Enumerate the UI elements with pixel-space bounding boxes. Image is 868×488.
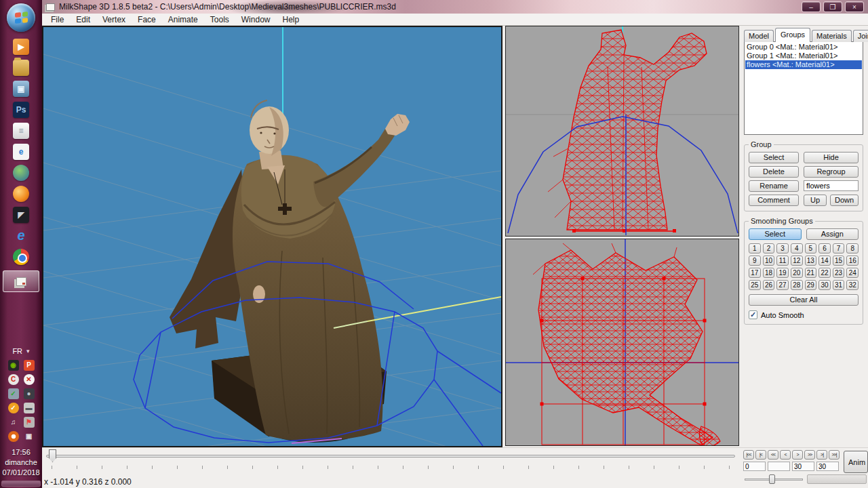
anim-step-back-button[interactable]: <	[780, 450, 791, 460]
smoothing-assign-button[interactable]: Assign	[806, 228, 859, 240]
eject-tray-icon[interactable]: ✕	[24, 374, 35, 385]
anim-next-keyframe-button[interactable]: >|	[816, 450, 827, 460]
monitor-tray-icon[interactable]: ▣	[24, 431, 35, 442]
smoothing-group-button[interactable]: 26	[763, 280, 775, 290]
delete-group-button[interactable]: Delete	[749, 166, 799, 178]
smoothing-group-button[interactable]: 10	[763, 256, 775, 266]
menu-vertex[interactable]: Vertex	[96, 14, 132, 25]
hide-group-button[interactable]: Hide	[804, 152, 859, 163]
group-list-item[interactable]: flowers <Mat.: Material01>	[745, 60, 862, 69]
smoothing-group-button[interactable]: 23	[833, 268, 845, 278]
satellite-tray-icon[interactable]: ●	[24, 388, 35, 399]
punto-tray-icon[interactable]: P	[24, 360, 35, 371]
show-desktop-button[interactable]	[1, 481, 41, 487]
explorer-icon[interactable]	[13, 60, 29, 76]
smoothing-group-button[interactable]: 20	[791, 268, 803, 278]
anim-step-forward-button[interactable]: >	[792, 450, 803, 460]
smoothing-group-button[interactable]: 1	[749, 243, 761, 253]
rename-group-button[interactable]: Rename	[749, 180, 799, 192]
smoothing-group-button[interactable]: 28	[791, 280, 803, 290]
smoothing-group-button[interactable]: 6	[818, 243, 831, 253]
timeline-slider-thumb[interactable]	[49, 449, 56, 462]
smoothing-group-button[interactable]: 19	[776, 268, 789, 278]
internet-explorer-icon[interactable]: e	[13, 228, 29, 244]
viewport-3d[interactable]	[42, 26, 502, 447]
restore-button[interactable]: ❐	[823, 1, 842, 12]
photoshop-icon[interactable]: Ps	[13, 102, 29, 118]
firefox-icon[interactable]	[13, 186, 29, 202]
display-settings-icon[interactable]: ▣	[13, 81, 29, 97]
anim-total-frames-field[interactable]	[792, 462, 814, 471]
anim-toggle-button[interactable]: Anim	[844, 451, 868, 473]
menu-tools[interactable]: Tools	[204, 14, 235, 25]
smoothing-group-button[interactable]: 9	[749, 256, 761, 266]
anim-rewind-button[interactable]: <<	[768, 450, 778, 460]
smoothing-group-button[interactable]: 2	[763, 243, 775, 253]
smoothing-group-button[interactable]: 13	[805, 256, 817, 266]
anim-last-frame-button[interactable]: >>|	[829, 450, 840, 460]
titlebar[interactable]: MilkShape 3D 1.8.5 beta2 - C:\Users\Admi…	[42, 0, 868, 14]
regroup-button[interactable]: Regroup	[804, 166, 859, 178]
keyboard-tray-icon[interactable]: ▬	[24, 403, 35, 413]
taskbar-clock[interactable]: 17:56 dimanche 07/01/2018	[2, 447, 39, 478]
move-down-button[interactable]: Down	[830, 195, 859, 206]
tab-joints[interactable]: Joints	[853, 30, 868, 42]
smoothing-group-button[interactable]: 25	[749, 280, 761, 290]
smoothing-group-button[interactable]: 12	[791, 256, 803, 266]
frame-mini-slider-thumb[interactable]	[769, 474, 775, 484]
smoothing-group-button[interactable]: 29	[805, 280, 817, 290]
smoothing-group-button[interactable]: 5	[805, 243, 817, 253]
rename-input[interactable]	[804, 180, 859, 191]
anim-fps-field[interactable]	[816, 462, 839, 471]
nvidia-tray-icon[interactable]: ◉	[8, 360, 19, 371]
tab-groups[interactable]: Groups	[775, 28, 810, 42]
dark-app-icon[interactable]: ◤	[13, 207, 29, 223]
tab-materials[interactable]: Materials	[812, 30, 852, 42]
globe-app-icon[interactable]	[13, 165, 29, 181]
notepad-icon[interactable]: ≡	[13, 123, 29, 139]
select-group-button[interactable]: Select	[749, 152, 799, 163]
smoothing-group-button[interactable]: 14	[818, 256, 831, 266]
smoothing-group-button[interactable]: 7	[833, 243, 845, 253]
language-indicator[interactable]: FR	[12, 347, 22, 355]
ccleaner-tray-icon[interactable]: C	[8, 374, 19, 385]
comment-button[interactable]: Comment	[749, 195, 799, 206]
smoothing-group-button[interactable]: 31	[833, 280, 845, 290]
close-button[interactable]: ×	[845, 1, 864, 12]
chrome-icon[interactable]	[13, 249, 29, 265]
smoothing-group-button[interactable]: 22	[818, 268, 831, 278]
smoothing-group-button[interactable]: 17	[749, 268, 761, 278]
ie-document-icon[interactable]: e	[13, 144, 29, 160]
smoothing-group-button[interactable]: 27	[776, 280, 789, 290]
anim-prev-keyframe-button[interactable]: |<	[755, 450, 766, 460]
smoothing-group-button[interactable]: 21	[805, 268, 817, 278]
location-tray-icon[interactable]	[8, 431, 19, 442]
smoothing-group-button[interactable]: 8	[846, 243, 859, 253]
anim-current-frame-field[interactable]	[743, 462, 766, 471]
smoothing-group-button[interactable]: 4	[791, 243, 803, 253]
taskbar-item-milkshape[interactable]	[3, 270, 39, 292]
menu-window[interactable]: Window	[235, 14, 277, 25]
menu-animate[interactable]: Animate	[162, 14, 204, 25]
smoothing-group-button[interactable]: 24	[846, 268, 859, 278]
menu-edit[interactable]: Edit	[70, 14, 96, 25]
tab-model[interactable]: Model	[744, 30, 774, 42]
menu-file[interactable]: File	[45, 14, 70, 25]
network-error-tray-icon[interactable]: ⚑	[24, 417, 35, 428]
menu-face[interactable]: Face	[132, 14, 162, 25]
groups-listbox[interactable]: Group 0 <Mat.: Material01>Group 1 <Mat.:…	[744, 41, 863, 135]
smoothing-group-button[interactable]: 16	[846, 256, 859, 266]
smoothing-group-button[interactable]: 15	[833, 256, 845, 266]
minimize-button[interactable]: –	[802, 1, 821, 12]
smoothing-group-button[interactable]: 11	[776, 256, 789, 266]
group-list-item[interactable]: Group 0 <Mat.: Material01>	[745, 43, 862, 52]
speaker-tray-icon[interactable]: ♫	[8, 417, 19, 428]
smoothing-group-button[interactable]: 18	[763, 268, 775, 278]
clear-all-button[interactable]: Clear All	[749, 294, 859, 306]
smoothing-group-button[interactable]: 32	[846, 280, 859, 290]
smoothing-group-button[interactable]: 3	[776, 243, 789, 253]
media-player-icon[interactable]: ▶	[13, 39, 29, 55]
menu-help[interactable]: Help	[276, 14, 305, 25]
viewport-top-wireframe[interactable]	[505, 239, 739, 446]
timeline-slider[interactable]	[46, 455, 735, 458]
